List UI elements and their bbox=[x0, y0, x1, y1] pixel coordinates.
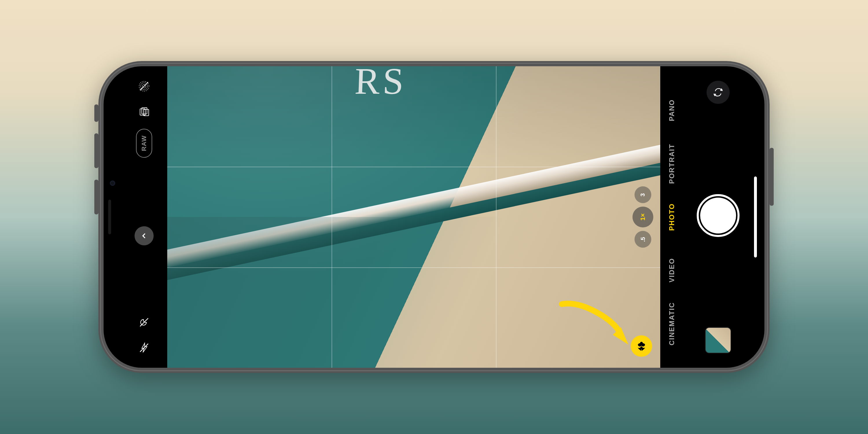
volume-down-button bbox=[94, 180, 98, 214]
annotation-arrow bbox=[556, 298, 631, 350]
mode-portrait[interactable]: PORTRAIT bbox=[668, 144, 676, 184]
last-photo-thumbnail[interactable] bbox=[705, 327, 731, 353]
grid-line-vertical-2 bbox=[496, 66, 496, 368]
photographic-styles-toggle[interactable] bbox=[136, 103, 153, 120]
camera-shutter-controls bbox=[683, 66, 765, 368]
display-notch bbox=[103, 156, 120, 278]
home-indicator[interactable] bbox=[754, 177, 757, 257]
zoom-switcher: 3 1× .5 bbox=[632, 186, 653, 248]
flash-toggle[interactable] bbox=[136, 339, 153, 356]
grid-line-vertical-1 bbox=[332, 66, 332, 368]
mode-photo[interactable]: PHOTO bbox=[668, 204, 676, 231]
zoom-3x-label: 3 bbox=[640, 193, 646, 196]
raw-toggle[interactable]: RAW bbox=[136, 129, 152, 158]
options-expand-button[interactable] bbox=[134, 226, 154, 245]
night-mode-icon bbox=[138, 316, 150, 328]
switch-camera-button[interactable] bbox=[707, 81, 730, 104]
shutter-button[interactable] bbox=[697, 194, 740, 237]
book-title-fragment: RS bbox=[354, 66, 407, 103]
night-mode-toggle[interactable] bbox=[136, 314, 153, 331]
screen: RAW bbox=[103, 66, 765, 368]
zoom-0.5x-label: .5 bbox=[640, 237, 646, 242]
front-camera bbox=[110, 181, 115, 186]
photographic-styles-icon bbox=[138, 106, 150, 118]
zoom-1x-button[interactable]: 1× bbox=[632, 207, 653, 227]
live-photo-icon bbox=[138, 81, 150, 92]
grid-line-horizontal-1 bbox=[167, 167, 660, 167]
earpiece-speaker bbox=[108, 199, 111, 235]
iphone-device-frame: RAW bbox=[98, 61, 770, 373]
zoom-3x-button[interactable]: 3 bbox=[634, 186, 651, 203]
live-photo-toggle[interactable] bbox=[136, 78, 153, 95]
camera-viewfinder[interactable]: RS 3 1× .5 bbox=[167, 66, 660, 368]
mode-video[interactable]: VIDEO bbox=[668, 258, 676, 283]
zoom-0.5x-button[interactable]: .5 bbox=[634, 231, 651, 248]
svg-rect-6 bbox=[144, 110, 149, 116]
mode-cinematic[interactable]: CINEMATIC bbox=[668, 302, 676, 345]
grid-line-horizontal-2 bbox=[167, 267, 660, 268]
shutter-inner bbox=[700, 197, 736, 234]
raw-label: RAW bbox=[140, 135, 148, 151]
camera-flip-icon bbox=[712, 87, 724, 98]
silent-switch bbox=[94, 104, 98, 122]
macro-flower-icon bbox=[636, 340, 648, 352]
svg-line-3 bbox=[140, 82, 148, 90]
chevron-left-icon bbox=[140, 232, 148, 240]
camera-mode-selector[interactable]: PANO PORTRAIT PHOTO VIDEO CINEMATIC bbox=[660, 66, 683, 368]
macro-mode-button[interactable] bbox=[631, 335, 652, 357]
zoom-1x-label: 1× bbox=[639, 213, 647, 220]
volume-up-button bbox=[94, 133, 98, 168]
power-button bbox=[770, 148, 774, 206]
flash-off-icon bbox=[138, 342, 150, 353]
mode-pano[interactable]: PANO bbox=[668, 99, 676, 121]
